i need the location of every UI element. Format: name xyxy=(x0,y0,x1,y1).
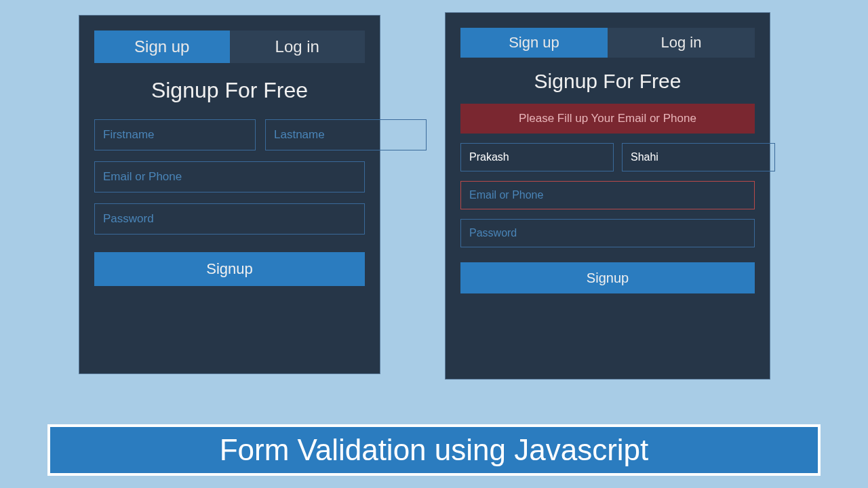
form-title: Signup For Free xyxy=(94,78,365,103)
validation-error-message: Please Fill up Your Email or Phone xyxy=(460,104,755,134)
tab-login[interactable]: Log in xyxy=(608,28,755,58)
signup-card-empty: Sign up Log in Signup For Free Signup xyxy=(79,15,380,374)
auth-tabs: Sign up Log in xyxy=(460,28,755,58)
password-input[interactable] xyxy=(460,219,755,247)
name-row xyxy=(94,119,365,150)
email-phone-input[interactable] xyxy=(460,181,755,209)
password-row xyxy=(94,203,365,235)
signup-button[interactable]: Signup xyxy=(460,262,755,293)
auth-tabs: Sign up Log in xyxy=(94,30,365,63)
email-row xyxy=(460,181,755,209)
page-banner-title: Form Validation using Javascript xyxy=(47,424,821,476)
lastname-input[interactable] xyxy=(265,119,427,150)
lastname-input[interactable] xyxy=(622,143,775,171)
email-phone-input[interactable] xyxy=(94,161,365,192)
tab-signup[interactable]: Sign up xyxy=(460,28,608,58)
firstname-input[interactable] xyxy=(94,119,256,150)
email-row xyxy=(94,161,365,192)
tab-login[interactable]: Log in xyxy=(230,30,366,63)
signup-card-error: Sign up Log in Signup For Free Please Fi… xyxy=(445,12,770,380)
tab-signup[interactable]: Sign up xyxy=(94,30,230,63)
password-input[interactable] xyxy=(94,203,365,235)
firstname-input[interactable] xyxy=(460,143,614,171)
name-row xyxy=(460,143,755,171)
password-row xyxy=(460,219,755,247)
form-title: Signup For Free xyxy=(460,70,755,93)
signup-button[interactable]: Signup xyxy=(94,252,365,286)
